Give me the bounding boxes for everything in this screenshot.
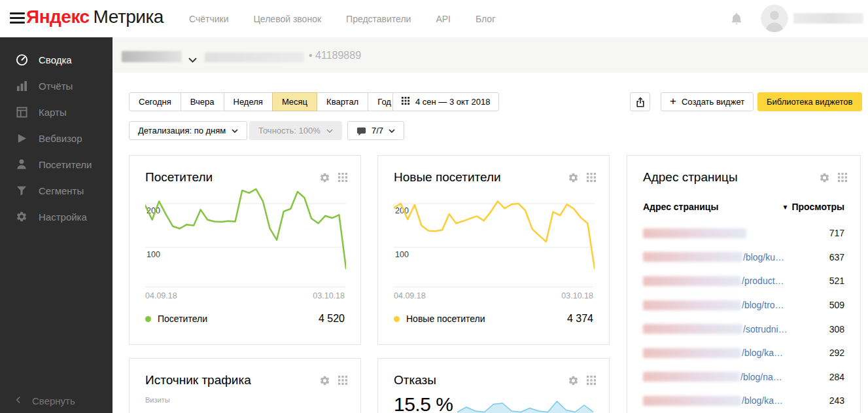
widget-title: Посетители	[145, 170, 319, 185]
logo-product: Метрика	[94, 7, 164, 27]
column-header-url[interactable]: Адрес страницы	[643, 202, 718, 212]
views-value: 637	[829, 252, 844, 262]
url-link[interactable]: /blog/ku…	[743, 252, 784, 262]
sidebar-item-reports[interactable]: Отчёты	[0, 73, 113, 99]
topnav-item-2[interactable]: Представители	[346, 14, 411, 24]
new-visitors-line-chart[interactable]: 200100	[394, 186, 595, 292]
settings-icon	[15, 211, 28, 223]
widget-library-button[interactable]: Библиотека виджетов	[757, 92, 862, 111]
drag-handle-icon[interactable]	[587, 173, 596, 182]
gear-icon[interactable]	[568, 172, 579, 183]
views-value: 717	[829, 228, 844, 238]
table-row[interactable]: /sotrudni…308	[643, 317, 844, 341]
widget-page-urls: Адрес страницы Адрес страницы ▼ Просмотр…	[627, 155, 861, 413]
url-link[interactable]: /product…	[742, 276, 784, 286]
chevron-down-icon[interactable]	[188, 54, 197, 65]
divider	[394, 287, 593, 287]
create-widget-label: Создать виджет	[682, 97, 744, 107]
url-link[interactable]: /blog/na…	[740, 372, 782, 382]
x-axis-end: 03.10.18	[561, 291, 593, 300]
export-button[interactable]	[630, 92, 650, 111]
blurred-url	[643, 348, 741, 358]
bounce-rate-value: 15.5 %	[394, 393, 453, 413]
legend-total: 4 374	[567, 313, 593, 325]
counter-name-blurred[interactable]	[122, 51, 182, 62]
topnav-item-1[interactable]: Целевой звонок	[254, 14, 322, 24]
range-button-0[interactable]: Сегодня	[129, 92, 181, 111]
date-picker-button[interactable]: 4 сен — 3 окт 2018	[392, 92, 499, 111]
blurred-url	[643, 276, 741, 286]
widget-new-visitors: Новые посетители 200100 04.09.18 03.10.1…	[377, 155, 610, 345]
table-row[interactable]: /blog/ku…637	[643, 245, 844, 270]
dashboard-icon	[15, 54, 28, 66]
table-row[interactable]: /product…521	[643, 269, 844, 293]
pages-table: 717/blog/ku…637/product…521/blog/tro…509…	[643, 221, 844, 413]
sidebar-item-settings[interactable]: Настройка	[0, 204, 113, 230]
legend-total: 4 520	[319, 313, 345, 325]
widget-title: Новые посетители	[394, 170, 568, 185]
sidebar-item-visitors[interactable]: Посетители	[0, 151, 113, 177]
drag-handle-icon[interactable]	[338, 173, 347, 182]
widget-title: Адрес страницы	[643, 170, 819, 185]
comments-dropdown[interactable]: 7/7	[347, 121, 404, 140]
legend-label[interactable]: Новые посетители	[406, 314, 485, 324]
url-link[interactable]: /blog/ka…	[742, 348, 783, 358]
range-button-3[interactable]: Месяц	[272, 92, 317, 111]
gear-icon[interactable]	[319, 375, 330, 386]
table-row[interactable]: /blog/ka…243	[643, 389, 844, 413]
table-row[interactable]: 717	[643, 221, 844, 245]
reports-icon	[15, 81, 28, 92]
gear-icon[interactable]	[568, 375, 579, 386]
sidebar-item-segments[interactable]: Сегменты	[0, 177, 113, 204]
date-picker-label: 4 сен — 3 окт 2018	[415, 97, 490, 107]
counter-url-blurred	[205, 52, 304, 62]
gear-icon[interactable]	[319, 172, 330, 183]
range-button-4[interactable]: Квартал	[317, 92, 368, 111]
drag-handle-icon[interactable]	[338, 376, 347, 385]
legend-dot	[145, 316, 151, 322]
table-row[interactable]: /blog/na…284	[643, 365, 844, 389]
calendar-grid-icon	[402, 97, 409, 107]
topnav-item-4[interactable]: Блог	[476, 14, 495, 24]
widget-title: Источник трафика	[145, 373, 319, 387]
table-row[interactable]: /blog/ka…292	[643, 341, 844, 365]
sidebar-item-dashboard[interactable]: Сводка	[0, 46, 113, 73]
hamburger-menu-icon[interactable]	[10, 12, 25, 26]
blurred-url	[643, 228, 746, 238]
maps-icon	[15, 107, 28, 118]
drag-handle-icon[interactable]	[587, 376, 596, 385]
url-link[interactable]: /sotrudni…	[743, 324, 788, 334]
sidebar-item-webvisor[interactable]: Вебвизор	[0, 125, 113, 151]
sidebar-menu: СводкаОтчётыКартыВебвизорПосетителиСегме…	[0, 37, 113, 230]
url-link[interactable]: /blog/tro…	[742, 300, 784, 310]
yandex-metrika-logo[interactable]: ЯндексМетрика	[26, 7, 164, 27]
svg-text:100: 100	[395, 250, 409, 259]
notification-bell-icon[interactable]	[731, 12, 742, 28]
sidebar-collapse-button[interactable]: Свернуть	[15, 395, 75, 406]
accuracy-dropdown[interactable]: Точность: 100%	[249, 121, 342, 140]
create-widget-button[interactable]: + Создать виджет	[661, 92, 754, 111]
widget-title: Отказы	[394, 373, 568, 387]
svg-text:100: 100	[147, 250, 160, 259]
widget-visitors: Посетители 200100 04.09.18 03.10.18 Посе…	[129, 155, 361, 345]
topnav-item-0[interactable]: Счётчики	[189, 14, 229, 24]
plus-icon: +	[670, 95, 676, 108]
visitors-line-chart[interactable]: 200100	[145, 186, 346, 292]
legend-label[interactable]: Посетители	[158, 314, 207, 324]
sidebar: СводкаОтчётыКартыВебвизорПосетителиСегме…	[0, 37, 113, 413]
sidebar-item-maps[interactable]: Карты	[0, 99, 113, 125]
topnav-item-3[interactable]: API	[436, 14, 451, 24]
drag-handle-icon[interactable]	[838, 173, 847, 182]
avatar[interactable]	[761, 5, 788, 32]
column-header-views[interactable]: ▼ Просмотры	[782, 202, 844, 212]
detalization-dropdown[interactable]: Детализация: по дням	[129, 121, 247, 140]
range-button-1[interactable]: Вчера	[181, 92, 224, 111]
comments-count: 7/7	[372, 126, 383, 135]
blurred-url	[643, 324, 742, 334]
user-name-blurred[interactable]	[793, 13, 863, 24]
views-value: 292	[829, 348, 844, 358]
gear-icon[interactable]	[819, 172, 830, 183]
range-button-2[interactable]: Неделя	[224, 92, 273, 111]
table-row[interactable]: /blog/tro…509	[643, 293, 844, 317]
url-link[interactable]: /blog/ka…	[742, 395, 783, 406]
